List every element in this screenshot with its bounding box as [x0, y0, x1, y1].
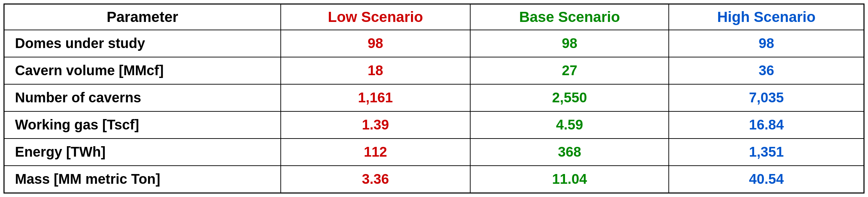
row-0-parameter: Domes under study: [4, 30, 281, 57]
row-1-base: 27: [470, 57, 669, 84]
row-5-parameter: Mass [MM metric Ton]: [4, 166, 281, 193]
table-row: Energy [TWh] 112 368 1,351: [4, 139, 864, 166]
row-1-parameter: Cavern volume [MMcf]: [4, 57, 281, 84]
table-row: Working gas [Tscf] 1.39 4.59 16.84: [4, 111, 864, 139]
table-row: Cavern volume [MMcf] 18 27 36: [4, 57, 864, 84]
row-2-low: 1,161: [281, 84, 470, 111]
row-5-low: 3.36: [281, 166, 470, 193]
row-5-base: 11.04: [470, 166, 669, 193]
header-base-scenario: Base Scenario: [470, 4, 669, 30]
row-3-base: 4.59: [470, 111, 669, 139]
table-row: Number of caverns 1,161 2,550 7,035: [4, 84, 864, 111]
row-3-high: 16.84: [669, 111, 864, 139]
row-4-parameter: Energy [TWh]: [4, 139, 281, 166]
row-2-parameter: Number of caverns: [4, 84, 281, 111]
row-2-high: 7,035: [669, 84, 864, 111]
table-row: Mass [MM metric Ton] 3.36 11.04 40.54: [4, 166, 864, 193]
header-row: Parameter Low Scenario Base Scenario Hig…: [4, 4, 864, 30]
row-0-high: 98: [669, 30, 864, 57]
scenario-table: Parameter Low Scenario Base Scenario Hig…: [3, 3, 865, 194]
row-0-base: 98: [470, 30, 669, 57]
row-0-low: 98: [281, 30, 470, 57]
row-1-low: 18: [281, 57, 470, 84]
row-4-low: 112: [281, 139, 470, 166]
row-4-high: 1,351: [669, 139, 864, 166]
row-3-parameter: Working gas [Tscf]: [4, 111, 281, 139]
table-row: Domes under study 98 98 98: [4, 30, 864, 57]
row-4-base: 368: [470, 139, 669, 166]
header-high-scenario: High Scenario: [669, 4, 864, 30]
row-1-high: 36: [669, 57, 864, 84]
main-container: Parameter Low Scenario Base Scenario Hig…: [0, 0, 868, 197]
row-5-high: 40.54: [669, 166, 864, 193]
header-parameter: Parameter: [4, 4, 281, 30]
row-2-base: 2,550: [470, 84, 669, 111]
row-3-low: 1.39: [281, 111, 470, 139]
header-low-scenario: Low Scenario: [281, 4, 470, 30]
